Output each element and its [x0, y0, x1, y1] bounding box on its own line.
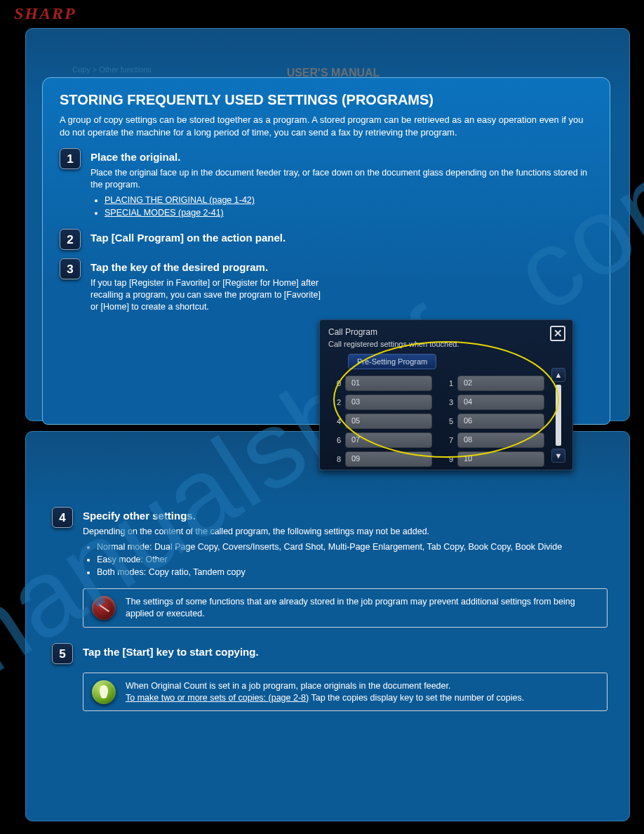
program-cell[interactable]: 03	[345, 395, 432, 410]
stop-note-text: The settings of some functions that are …	[126, 597, 575, 618]
step-5-row: 5 Tap the [Start] key to start copying.	[52, 643, 608, 664]
close-icon[interactable]: ✕	[550, 326, 565, 341]
program-cell[interactable]: 10	[457, 451, 544, 467]
program-num: 7	[441, 436, 453, 444]
step-3-title: Tap the key of the desired program.	[90, 261, 322, 273]
step-5-title: Tap the [Start] key to start copying.	[83, 646, 608, 658]
step-1-number: 1	[60, 148, 81, 169]
step-1-row: 1 Place the original. Place the original…	[60, 148, 593, 220]
step-4-title: Specify other settings.	[83, 510, 608, 522]
step-4-number: 4	[52, 507, 73, 528]
program-num: 6	[328, 436, 341, 444]
step-3-number: 3	[60, 258, 81, 279]
tip-note-text-b: Tap the copies display key to set the nu…	[311, 693, 524, 703]
program-num: 2	[328, 398, 341, 406]
step-2-number: 2	[60, 229, 81, 250]
step-1-link-a[interactable]: PLACING THE ORIGINAL (page 1-42)	[105, 195, 255, 205]
step-3-text: If you tap [Register in Favorite] or [Re…	[90, 277, 322, 313]
tip-note-text-a: When Original Count is set in a job prog…	[126, 681, 450, 691]
program-num: 3	[441, 398, 453, 406]
program-cell[interactable]: 09	[345, 451, 432, 467]
program-num: 0	[328, 379, 341, 388]
step-2-row: 2 Tap [Call Program] on the action panel…	[60, 229, 593, 250]
section-intro: A group of copy settings can be stored t…	[60, 114, 593, 138]
program-cell[interactable]: 08	[457, 432, 544, 448]
step-2-title: Tap [Call Program] on the action panel.	[90, 232, 593, 244]
scroll-up-icon[interactable]: ▲	[551, 368, 565, 382]
program-cell[interactable]: 05	[345, 413, 432, 429]
scrollbar[interactable]: ▲ ▼	[551, 368, 565, 463]
page: manualshelf . com SHARP Copy > Other fun…	[0, 0, 644, 834]
step-4-row: 4 Specify other settings. Depending on t…	[52, 507, 608, 580]
step-1-title: Place the original.	[90, 151, 593, 163]
scroll-track[interactable]	[556, 385, 561, 446]
step-4-bullet-1: Normal mode: Dual Page Copy, Covers/Inse…	[97, 542, 608, 552]
section-title: STORING FREQUENTLY USED SETTINGS (PROGRA…	[60, 92, 593, 108]
step-1-text: Place the original face up in the docume…	[90, 167, 593, 191]
step-5-number: 5	[52, 643, 73, 664]
step-4-bullet-2: Easy mode: Other	[97, 555, 608, 564]
step-4-bullet-3: Both modes: Copy ratio, Tandem copy	[97, 567, 608, 577]
lower-steps: 4 Specify other settings. Depending on t…	[52, 498, 608, 711]
step-1-link-b[interactable]: SPECIAL MODES (page 2-41)	[105, 208, 224, 218]
program-cell[interactable]: 04	[457, 395, 544, 410]
dialog-subtitle: Call registered settings when touched.	[328, 340, 564, 348]
program-cell[interactable]: 07	[345, 432, 432, 448]
program-cell[interactable]: 02	[457, 376, 544, 391]
brand-logo: SHARP	[14, 4, 76, 23]
tip-icon	[92, 680, 116, 704]
program-list: 0 01 1 02 2 03 3 04 4 05 5 06 6 07 7 0	[328, 375, 564, 467]
program-cell[interactable]: 06	[457, 413, 544, 429]
program-num: 5	[441, 417, 453, 425]
tip-note-box: When Original Count is set in a job prog…	[83, 673, 608, 712]
pre-setting-program-button[interactable]: Pre-Setting Program	[348, 354, 436, 369]
program-num: 9	[441, 455, 453, 463]
step-4-intro: Depending on the content of the called p…	[83, 526, 608, 538]
program-cell[interactable]: 01	[345, 376, 432, 391]
program-num: 8	[328, 455, 341, 463]
scroll-down-icon[interactable]: ▼	[551, 449, 565, 463]
prohibit-icon	[92, 596, 116, 620]
step-3-row: 3 Tap the key of the desired program. If…	[60, 258, 593, 315]
tip-note-link[interactable]: To make two or more sets of copies: (pag…	[126, 693, 309, 703]
stop-note-box: The settings of some functions that are …	[83, 588, 608, 628]
dialog-title: Call Program	[328, 327, 564, 337]
program-num: 1	[441, 379, 453, 388]
program-num: 4	[328, 417, 341, 425]
call-program-dialog: ✕ Call Program Call registered settings …	[319, 319, 573, 470]
